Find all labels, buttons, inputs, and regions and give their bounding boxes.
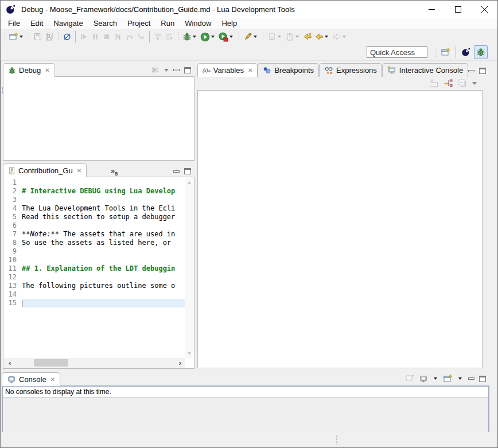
open-console-button[interactable] xyxy=(443,374,453,383)
suspend-button[interactable] xyxy=(90,30,101,44)
menu-project[interactable]: Project xyxy=(122,18,155,28)
toolbar-grip[interactable] xyxy=(28,32,30,42)
toolbar-grip[interactable] xyxy=(177,32,179,42)
tab-contribution-guide[interactable]: Contribution_Gu ✕ xyxy=(3,163,87,177)
quick-access-input[interactable] xyxy=(367,46,427,58)
open-task-button[interactable] xyxy=(242,30,260,44)
toolbar-grip[interactable] xyxy=(434,47,436,57)
step-into-button[interactable] xyxy=(112,30,124,44)
maximize-icon[interactable] xyxy=(184,168,191,174)
remove-terminated-button[interactable] xyxy=(150,66,159,74)
menu-file[interactable]: File xyxy=(3,18,25,28)
toolbar-separator xyxy=(149,31,150,42)
save-all-button[interactable] xyxy=(44,30,55,44)
toolbar-grip[interactable] xyxy=(57,32,59,42)
menu-help[interactable]: Help xyxy=(216,18,242,28)
window-minimize-button[interactable] xyxy=(418,1,445,18)
close-icon[interactable]: ✕ xyxy=(45,67,49,73)
toolbar-separator xyxy=(75,31,76,42)
previous-annotation-icon xyxy=(285,32,294,41)
minimize-icon[interactable] xyxy=(468,70,474,72)
horizontal-scrollbar[interactable]: ‹ › xyxy=(4,358,185,368)
lua-perspective-button[interactable] xyxy=(459,45,473,59)
tab-expressions[interactable]: Expressions xyxy=(319,63,382,77)
dropdown-arrow-icon xyxy=(278,36,281,38)
new-wizard-button[interactable] xyxy=(8,30,26,44)
minimize-icon[interactable] xyxy=(468,377,474,380)
code-area[interactable]: 1 2# Interactive DEBUG using Lua Develop… xyxy=(4,178,185,358)
tab-console[interactable]: Console ✕ xyxy=(2,372,60,386)
menu-navigate[interactable]: Navigate xyxy=(48,18,88,28)
debug-icon xyxy=(182,32,192,41)
window-close-button[interactable] xyxy=(471,1,497,18)
close-icon[interactable]: ✕ xyxy=(248,67,252,73)
menu-search[interactable]: Search xyxy=(88,18,122,28)
external-tools-button[interactable] xyxy=(217,30,236,44)
maximize-icon[interactable] xyxy=(479,68,486,74)
debug-perspective-button[interactable] xyxy=(474,45,488,59)
scroll-left-icon[interactable]: ‹ xyxy=(9,359,11,367)
debug-view-content[interactable] xyxy=(3,76,194,161)
tab-breakpoints[interactable]: Breakpoints xyxy=(258,63,319,77)
tab-variables[interactable]: (x)= Variables ✕ xyxy=(197,63,258,77)
toolbar-grip[interactable] xyxy=(4,32,6,42)
vertical-scrollbar[interactable]: ▲ ▼ xyxy=(185,178,193,358)
menu-run[interactable]: Run xyxy=(155,18,180,28)
view-menu-icon[interactable] xyxy=(472,82,477,85)
step-over-button[interactable] xyxy=(124,30,135,44)
next-annotation-button[interactable] xyxy=(266,30,284,44)
resume-icon xyxy=(79,32,88,41)
editor-line: 13The following pictures outline some o xyxy=(4,282,185,290)
use-step-filters-button[interactable] xyxy=(164,30,175,44)
toolbar-grip[interactable] xyxy=(262,32,264,42)
drop-to-frame-button[interactable] xyxy=(152,30,164,44)
display-console-button[interactable] xyxy=(419,375,428,383)
minimize-icon[interactable] xyxy=(173,69,180,71)
skip-all-breakpoints-button[interactable] xyxy=(61,30,73,44)
more-editors-chevron[interactable]: »5 xyxy=(111,166,118,177)
dropdown-arrow-icon[interactable] xyxy=(458,377,462,380)
forward-button[interactable] xyxy=(331,30,349,44)
dropdown-arrow-icon[interactable] xyxy=(434,377,437,380)
step-return-button[interactable] xyxy=(135,30,147,44)
variables-view-content[interactable] xyxy=(197,90,483,368)
close-icon[interactable]: ✕ xyxy=(50,376,55,383)
external-tools-icon xyxy=(219,32,228,42)
last-edit-location-button[interactable] xyxy=(302,30,313,44)
window-maximize-button[interactable] xyxy=(445,1,471,18)
show-type-names-button[interactable] xyxy=(429,79,438,88)
close-icon[interactable]: ✕ xyxy=(77,167,81,174)
variables-toolbar xyxy=(197,76,483,90)
open-perspective-button[interactable] xyxy=(439,45,453,59)
back-button[interactable] xyxy=(313,30,331,44)
task-pencil-icon xyxy=(243,32,252,41)
tab-debug[interactable]: Debug ✕ xyxy=(3,63,55,77)
maximize-icon[interactable] xyxy=(479,376,486,382)
debug-perspective-icon xyxy=(476,48,485,57)
scroll-down-icon[interactable]: ▼ xyxy=(187,350,192,356)
scroll-up-icon[interactable]: ▲ xyxy=(187,180,192,185)
previous-annotation-button[interactable] xyxy=(284,30,302,44)
menu-edit[interactable]: Edit xyxy=(25,18,48,28)
debug-button[interactable] xyxy=(181,30,199,44)
scrollbar-thumb[interactable] xyxy=(34,359,68,367)
run-button[interactable] xyxy=(199,30,217,44)
maximize-icon[interactable] xyxy=(184,67,191,73)
tab-interactive-console[interactable]: Interactive Console xyxy=(382,63,468,77)
minimize-icon[interactable] xyxy=(173,170,180,173)
window-title: Debug - Moose_Framework/docs/Contributio… xyxy=(21,5,295,14)
menu-window[interactable]: Window xyxy=(180,18,216,28)
statusbar-drag-handle[interactable] xyxy=(336,435,338,445)
save-button[interactable] xyxy=(32,30,44,44)
resume-button[interactable] xyxy=(78,30,90,44)
toolbar-grip[interactable] xyxy=(238,32,240,42)
terminate-button[interactable] xyxy=(101,30,112,44)
step-into-icon xyxy=(114,32,123,41)
collapse-all-button[interactable] xyxy=(458,79,467,88)
view-menu-icon[interactable] xyxy=(164,69,169,72)
pin-console-button[interactable] xyxy=(405,374,414,383)
suspend-icon xyxy=(91,32,100,41)
scroll-right-icon[interactable]: › xyxy=(179,359,181,367)
dropdown-arrow-icon xyxy=(229,36,233,38)
show-logical-structures-button[interactable] xyxy=(443,79,453,88)
